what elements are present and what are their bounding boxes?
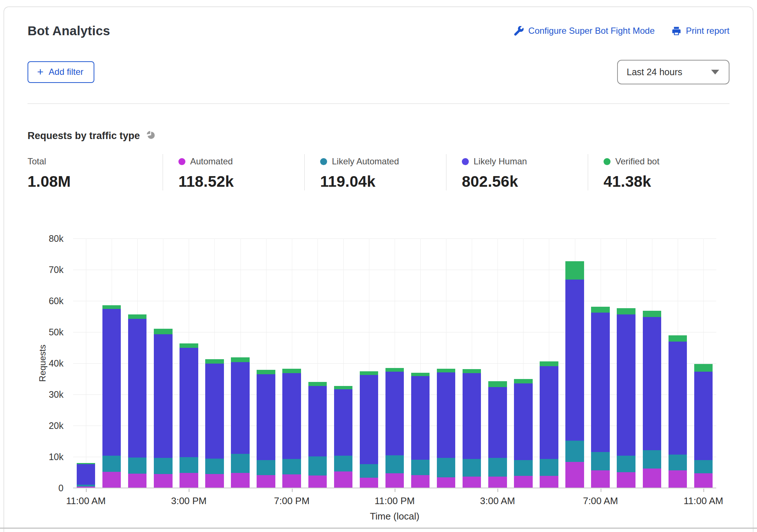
x-tick-label: 11:00 AM (66, 495, 106, 507)
chart-bar-2-00-am (463, 369, 481, 488)
bar-segment-likely-human (617, 314, 635, 455)
bar-segment-verified-bot (411, 373, 430, 376)
print-link-label: Print report (686, 26, 729, 36)
chart-bar-slot (536, 238, 562, 488)
bar-segment-verified-bot (334, 386, 352, 389)
bar-segment-likely-human (205, 364, 224, 459)
bot-analytics-card: Bot Analytics Configure Super Bot Fight … (4, 7, 753, 532)
bar-segment-likely-automated (437, 458, 455, 477)
bar-segment-verified-bot (360, 371, 378, 375)
bar-segment-likely-automated (694, 460, 713, 473)
bar-segment-automated (437, 477, 455, 488)
chart-bar-slot (253, 238, 279, 488)
bar-segment-automated (617, 472, 635, 488)
y-tick-label: 10k (49, 452, 64, 462)
bar-segment-likely-human (334, 389, 352, 456)
stat-likely-human[interactable]: Likely Human 802.56k (446, 154, 588, 190)
bar-segment-automated (334, 471, 352, 488)
bar-segment-likely-automated (205, 459, 224, 474)
add-filter-label: Add filter (49, 67, 84, 77)
bar-segment-likely-automated (540, 459, 558, 476)
chart-bar-slot (485, 238, 510, 488)
bar-segment-likely-human (231, 362, 249, 454)
bar-segment-likely-human (540, 366, 558, 459)
bar-segment-likely-human (437, 372, 455, 458)
chart-bar-3-00-am (488, 381, 507, 488)
y-tick-label: 20k (49, 420, 64, 431)
chart-bar-5-00-pm (231, 357, 249, 488)
bar-segment-likely-human (308, 386, 327, 456)
bar-segment-verified-bot (540, 361, 558, 366)
stat-automated[interactable]: Automated 118.52k (163, 154, 304, 190)
bar-segment-likely-human (102, 309, 121, 456)
add-filter-button[interactable]: + Add filter (28, 61, 94, 83)
bar-segment-likely-automated (591, 452, 609, 470)
bar-segment-verified-bot (154, 329, 172, 334)
chart-bar-8-00-pm (308, 382, 327, 488)
bar-segment-verified-bot (231, 357, 249, 362)
bar-segment-likely-automated (128, 458, 146, 474)
bar-segment-verified-bot (205, 359, 224, 364)
bar-segment-likely-human (154, 334, 172, 458)
bar-segment-automated (514, 476, 532, 488)
x-axis-tick (497, 489, 498, 492)
chart-bar-slot (613, 238, 639, 488)
chart-bar-12-00-am (411, 373, 430, 488)
bar-segment-likely-automated (334, 456, 352, 471)
bar-segment-verified-bot (514, 379, 532, 383)
stat-likely-automated-label: Likely Automated (332, 156, 399, 167)
stat-automated-label: Automated (190, 156, 233, 167)
chart-bar-1-00-pm (128, 314, 146, 488)
likely-human-dot (462, 158, 469, 165)
plus-icon: + (37, 68, 44, 76)
chart-bar-slot (305, 238, 330, 488)
bar-segment-verified-bot (643, 311, 661, 317)
header-actions: Configure Super Bot Fight Mode Print rep… (514, 26, 729, 36)
y-tick-label: 60k (49, 296, 64, 306)
bar-segment-likely-human (591, 313, 609, 452)
bar-segment-automated (102, 472, 121, 488)
bar-segment-likely-automated (180, 457, 198, 473)
chart-bar-3-00-pm (180, 343, 198, 488)
stat-verified-bot[interactable]: Verified bot 41.38k (588, 154, 729, 190)
x-axis-tick (292, 489, 293, 492)
chart-bar-11-00-am (694, 364, 713, 488)
stat-likely-automated[interactable]: Likely Automated 119.04k (304, 154, 446, 190)
bar-segment-likely-human (257, 374, 275, 460)
bar-segment-likely-automated (102, 456, 121, 472)
stat-total-label: Total (28, 156, 46, 167)
stat-verified-bot-label: Verified bot (615, 156, 659, 167)
header-divider (28, 103, 729, 104)
x-axis-line (73, 488, 716, 488)
print-report-link[interactable]: Print report (671, 26, 729, 36)
configure-super-bot-fight-mode-link[interactable]: Configure Super Bot Fight Mode (514, 26, 655, 36)
bar-segment-likely-human (385, 372, 404, 455)
bar-segment-automated (488, 477, 507, 488)
bar-segment-automated (154, 474, 172, 488)
y-tick-label: 0 (58, 483, 64, 493)
bar-segment-likely-human (77, 464, 95, 485)
automated-dot (178, 158, 185, 165)
pie-chart-icon (146, 130, 156, 142)
bar-segment-automated (643, 469, 661, 488)
chart-bar-slot (382, 238, 408, 488)
bar-segment-likely-human (669, 342, 687, 455)
bar-segment-likely-human (128, 319, 146, 457)
chart-bar-slot (73, 238, 99, 488)
bar-segment-automated (282, 474, 301, 488)
bar-segment-automated (411, 475, 430, 488)
chart-bar-slot (227, 238, 253, 488)
y-tick-label: 70k (49, 265, 64, 275)
bar-segment-likely-human (180, 348, 198, 457)
chart-bar-8-00-am (617, 308, 635, 488)
bar-segment-automated (360, 478, 378, 488)
bar-segment-likely-human (565, 280, 584, 441)
x-axis-tick (189, 489, 189, 492)
bar-segment-likely-automated (488, 458, 507, 477)
plot-area: Requests Time (local) 010k20k30k40k50k60… (73, 238, 716, 488)
chart-bar-11-00-am (77, 463, 95, 488)
chart-bar-10-00-pm (360, 371, 378, 488)
bars-layer (73, 238, 716, 488)
bar-segment-automated (694, 473, 713, 488)
time-range-select[interactable]: Last 24 hours (617, 60, 729, 84)
